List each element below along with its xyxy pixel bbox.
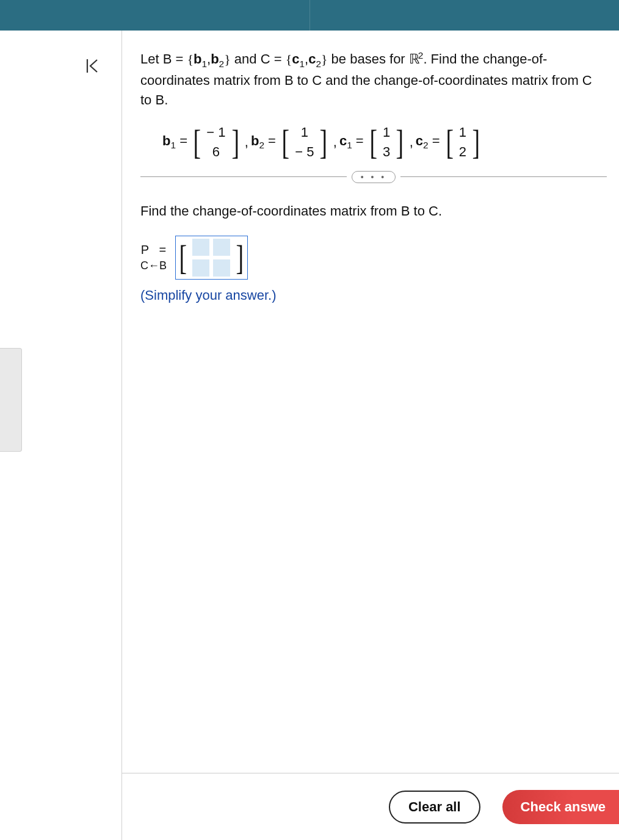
brace-open: { bbox=[187, 51, 194, 67]
c1-bot: 3 bbox=[383, 145, 390, 159]
top-bar-divider bbox=[310, 0, 310, 31]
simplify-instruction: (Simplify your answer.) bbox=[140, 286, 607, 305]
bracket-right: ] bbox=[320, 125, 328, 160]
vector-b1: [ − 1 6 ] bbox=[191, 125, 241, 160]
comma: , bbox=[333, 132, 337, 152]
bracket-left: [ bbox=[281, 125, 289, 160]
eq: = bbox=[159, 243, 166, 256]
sym-b2: b bbox=[211, 51, 219, 67]
c2-bot: 2 bbox=[459, 145, 466, 159]
C: C bbox=[140, 259, 148, 272]
bracket-right: ] bbox=[231, 125, 239, 160]
vector-c2: [ 1 2 ] bbox=[444, 125, 482, 160]
text: and C = bbox=[231, 51, 286, 67]
entry-1-2[interactable] bbox=[213, 239, 230, 256]
bracket-left: [ bbox=[193, 125, 201, 160]
brace-close: } bbox=[224, 51, 231, 67]
left-side-tab[interactable] bbox=[0, 348, 22, 452]
label-c1: c1 = bbox=[339, 131, 364, 153]
problem-statement: Let B = {b1,b2} and C = {c1,c2} be bases… bbox=[140, 49, 592, 110]
sub-2: 2 bbox=[219, 59, 225, 69]
bottom-action-bar: Clear all Check answe bbox=[122, 773, 619, 840]
vector-definitions: b1 = [ − 1 6 ] , b2 = [ 1 − 5 ] , bbox=[162, 125, 607, 160]
b1-bot: 6 bbox=[212, 145, 220, 159]
bracket-right: ] bbox=[236, 240, 244, 275]
expand-button[interactable]: • • • bbox=[352, 171, 396, 183]
label-b2: b2 = bbox=[251, 131, 276, 153]
entry-2-2[interactable] bbox=[213, 259, 230, 277]
sub: 2 bbox=[259, 140, 264, 151]
divider-line bbox=[140, 176, 347, 177]
comma: , bbox=[245, 132, 248, 152]
eq: = bbox=[176, 133, 187, 148]
vector-c1: [ 1 3 ] bbox=[367, 125, 406, 160]
bracket-left: [ bbox=[179, 240, 187, 275]
eq: = bbox=[264, 133, 276, 148]
sym-c1: c bbox=[292, 51, 299, 67]
sub: 1 bbox=[170, 140, 176, 151]
c2-top: 1 bbox=[459, 126, 466, 139]
check-answer-button[interactable]: Check answe bbox=[502, 790, 619, 824]
B: B bbox=[159, 259, 167, 272]
c: c bbox=[339, 133, 347, 148]
label-c2: c2 = bbox=[416, 131, 440, 153]
bracket-right: ] bbox=[396, 125, 404, 160]
answer-matrix-input[interactable]: [ ] bbox=[175, 236, 248, 280]
divider-line bbox=[400, 176, 607, 177]
comma: , bbox=[410, 132, 413, 152]
left-column bbox=[0, 31, 122, 840]
top-bar bbox=[0, 0, 619, 31]
sub-1: 1 bbox=[299, 59, 305, 69]
b2-bot: − 5 bbox=[295, 145, 314, 159]
eq: = bbox=[429, 133, 440, 148]
sub-1: 1 bbox=[201, 59, 207, 69]
b1-top: − 1 bbox=[206, 126, 225, 139]
bracket-left: [ bbox=[369, 125, 377, 160]
answer-row: P = C←B [ ] bbox=[140, 236, 607, 280]
section-divider: • • • bbox=[140, 171, 607, 183]
b: b bbox=[162, 133, 170, 148]
b: b bbox=[251, 133, 259, 148]
sub-prompt: Find the change-of-coordinates matrix fr… bbox=[140, 201, 607, 221]
collapse-left-icon bbox=[84, 57, 102, 75]
body-row: Let B = {b1,b2} and C = {c1,c2} be bases… bbox=[0, 31, 619, 840]
c: c bbox=[416, 133, 423, 148]
sub-2: 2 bbox=[316, 59, 321, 69]
eq: = bbox=[352, 133, 364, 148]
real-R: ℝ bbox=[409, 51, 418, 67]
main-content: Let B = {b1,b2} and C = {c1,c2} be bases… bbox=[122, 31, 619, 840]
entry-2-1[interactable] bbox=[192, 259, 209, 277]
label-b1: b1 = bbox=[162, 131, 187, 153]
entry-1-1[interactable] bbox=[192, 239, 209, 256]
sub: 1 bbox=[347, 140, 352, 151]
brace-open: { bbox=[286, 51, 292, 67]
bracket-left: [ bbox=[446, 125, 454, 160]
sym-c2: c bbox=[308, 51, 316, 67]
answer-matrix-symbol: P = C←B bbox=[140, 241, 167, 273]
sub: 2 bbox=[423, 140, 429, 151]
text: be bases for bbox=[328, 51, 409, 67]
collapse-panel-button[interactable] bbox=[79, 52, 106, 79]
sym-b1: b bbox=[194, 51, 201, 67]
c1-top: 1 bbox=[383, 126, 390, 139]
clear-all-button[interactable]: Clear all bbox=[389, 791, 480, 824]
P: P bbox=[141, 243, 149, 256]
text: Let B = bbox=[140, 51, 187, 67]
arrow-left-icon: ← bbox=[148, 259, 159, 272]
brace-close: } bbox=[321, 51, 328, 67]
vector-b2: [ 1 − 5 ] bbox=[280, 125, 330, 160]
bracket-right: ] bbox=[472, 125, 480, 160]
b2-top: 1 bbox=[301, 126, 308, 139]
